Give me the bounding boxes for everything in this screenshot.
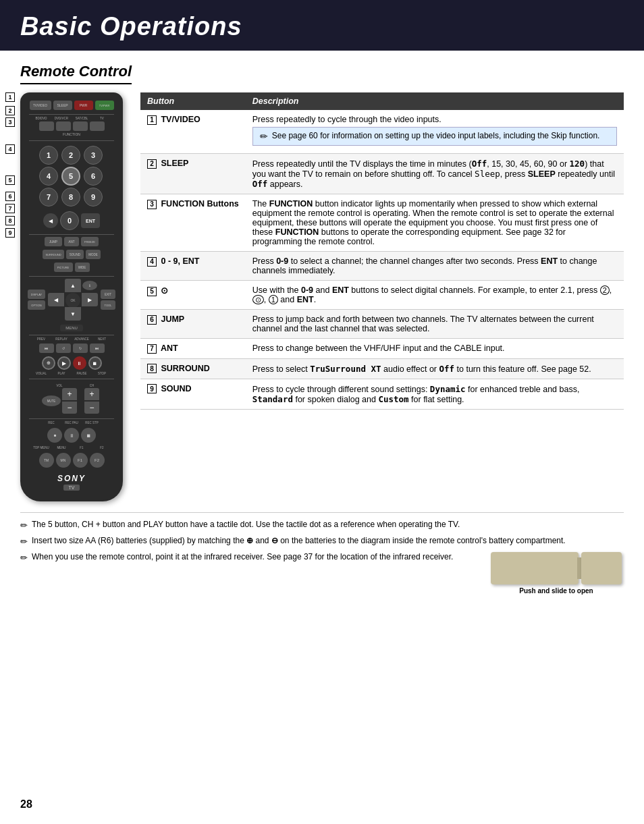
note-box: ✏See page 60 for information on setting …: [252, 127, 617, 146]
tv-badge: TV: [63, 485, 80, 491]
table-row: 7 ANTPress to change between the VHF/UHF…: [140, 339, 624, 359]
replay-label: REPLAY: [52, 337, 71, 341]
description-cell: The FUNCTION button indicator lights up …: [246, 194, 624, 252]
mode-btn[interactable]: MODE: [86, 250, 101, 259]
button-cell: 6 JUMP: [140, 310, 246, 339]
freeze-btn[interactable]: FREEZE: [81, 237, 99, 246]
play-btn[interactable]: ▶: [57, 356, 71, 370]
battery-caption: Push and slide to open: [489, 587, 624, 595]
menu-label: MENU: [52, 446, 71, 449]
prev-label: PREV: [32, 337, 51, 341]
description-cell: Use with the 0-9 and ENT buttons to sele…: [246, 281, 624, 310]
footer-notes: ✏The 5 button, CH + button and PLAY butt…: [20, 512, 624, 563]
footer-note-text: The 5 button, CH + button and PLAY butto…: [32, 520, 460, 529]
top-menu-btn[interactable]: TM: [39, 453, 54, 468]
exit-btn[interactable]: EXIT: [101, 290, 115, 299]
dpad-up-btn[interactable]: ▲: [65, 279, 81, 292]
f2-btn[interactable]: F2: [90, 453, 105, 468]
dpad-down-btn[interactable]: ▼: [65, 307, 81, 321]
rec-stop-label: REC STP: [82, 421, 101, 424]
row-label-8: 8: [5, 216, 15, 225]
button-number: 7: [147, 344, 157, 354]
wide-btn[interactable]: WIDE: [75, 263, 90, 272]
button-number: 9: [147, 384, 157, 393]
row-label-2: 2: [5, 106, 15, 115]
footer-note-item: ✏Insert two size AA (R6) batteries (supp…: [20, 536, 624, 547]
vol-minus-btn[interactable]: −: [62, 402, 77, 414]
vol-plus-btn[interactable]: +: [62, 388, 77, 400]
func-btn-3[interactable]: [73, 121, 88, 131]
row-label-4: 4: [5, 144, 15, 154]
num-6-btn[interactable]: 6: [84, 167, 103, 186]
note-pencil-icon: ✏: [20, 520, 28, 530]
jump-btn[interactable]: JUMP: [45, 237, 62, 246]
stop-btn[interactable]: ⏹: [88, 356, 102, 370]
page-title: Basic Operations: [20, 12, 624, 41]
display-btn[interactable]: DISPLAY: [28, 290, 45, 299]
num-5-btn[interactable]: 5: [61, 167, 80, 186]
next-label: NEXT: [92, 337, 111, 341]
num-9-btn[interactable]: 9: [84, 188, 103, 207]
ch-label: CH: [82, 384, 101, 387]
button-cell: 4 0 - 9, ENT: [140, 252, 246, 281]
dpad-left-btn[interactable]: ◀: [48, 293, 64, 306]
remote-body: 1 2 3 4 5 6 7 8 9 TV/VIDEO SLEEP PWR TV/…: [20, 92, 123, 501]
button-cell: 8 SURROUND: [140, 358, 246, 379]
picture-btn[interactable]: PICTURE: [54, 263, 73, 272]
ch-plus-visual-btn[interactable]: ⊕: [42, 356, 55, 370]
tv-power-btn[interactable]: TV/PWR: [95, 101, 114, 110]
play-label: PLAY: [52, 372, 71, 375]
button-cell: 5 ⊙: [140, 281, 246, 310]
table-row: 3 FUNCTION ButtonsThe FUNCTION button in…: [140, 194, 624, 252]
func-btn-2[interactable]: [56, 121, 71, 131]
tv-video-btn[interactable]: TV/VIDEO: [30, 101, 51, 110]
advance-btn[interactable]: ↻: [73, 344, 88, 353]
rec-btn[interactable]: ⏺: [47, 428, 62, 443]
f1-label: F1: [72, 446, 91, 449]
surround-btn[interactable]: SURROUND: [43, 250, 64, 259]
num-2-btn[interactable]: 2: [61, 146, 80, 165]
table-row: 2 SLEEPPress repeatedly until the TV dis…: [140, 154, 624, 194]
num-4-btn[interactable]: 4: [39, 167, 58, 186]
num-3-btn[interactable]: 3: [84, 146, 103, 165]
menu-btn[interactable]: MENU: [60, 325, 83, 331]
f1-btn[interactable]: F1: [73, 453, 88, 468]
rec-pause-btn[interactable]: ⏸: [64, 428, 79, 443]
ch-minus-btn[interactable]: −: [84, 402, 99, 414]
row-label-7: 7: [5, 204, 15, 213]
rec-stop-btn[interactable]: ⏹: [81, 428, 96, 443]
battery-diagram: → Push and slide to open: [489, 552, 624, 595]
dpad-right-btn[interactable]: ▶: [82, 293, 98, 306]
option-btn[interactable]: OPTION: [28, 300, 45, 310]
function-label: FUNCTION: [63, 132, 80, 136]
power-btn[interactable]: PWR: [74, 101, 93, 110]
muting-btn[interactable]: MUTE: [42, 395, 61, 406]
info-btn[interactable]: ℹ: [82, 281, 97, 290]
f2-label: F2: [92, 446, 111, 449]
ant-btn[interactable]: ANT: [64, 237, 79, 246]
ch-plus-btn[interactable]: +: [84, 388, 99, 400]
dpad-center-btn[interactable]: OK: [65, 293, 80, 308]
ent-btn[interactable]: ENT: [81, 213, 100, 228]
menu-2-btn[interactable]: MN: [56, 453, 71, 468]
sound-btn[interactable]: SOUND: [66, 250, 84, 259]
func-btn-4[interactable]: [90, 121, 105, 131]
replay-btn[interactable]: ↺: [56, 344, 71, 353]
sleep-btn[interactable]: SLEEP: [53, 101, 72, 110]
num-1-btn[interactable]: 1: [39, 146, 58, 165]
next-btn[interactable]: ⏭: [90, 344, 105, 353]
button-cell: 3 FUNCTION Buttons: [140, 194, 246, 252]
pause-btn[interactable]: ⏸: [73, 356, 86, 370]
table-row: 4 0 - 9, ENTPress 0-9 to select a channe…: [140, 252, 624, 281]
button-number: 1: [147, 115, 157, 125]
arrow-prev-btn[interactable]: ◀: [43, 213, 58, 228]
func-btn-1[interactable]: [39, 121, 54, 131]
prev-btn[interactable]: ⏮: [39, 344, 54, 353]
tool-btn[interactable]: TOOL: [101, 300, 115, 310]
vol-group: VOL MUTE + −: [42, 384, 77, 414]
num-0-btn[interactable]: 0: [60, 211, 79, 230]
note-pencil-icon: ✏: [20, 553, 28, 563]
num-8-btn[interactable]: 8: [61, 188, 80, 207]
battery-body: →: [491, 552, 579, 584]
num-7-btn[interactable]: 7: [39, 188, 58, 207]
